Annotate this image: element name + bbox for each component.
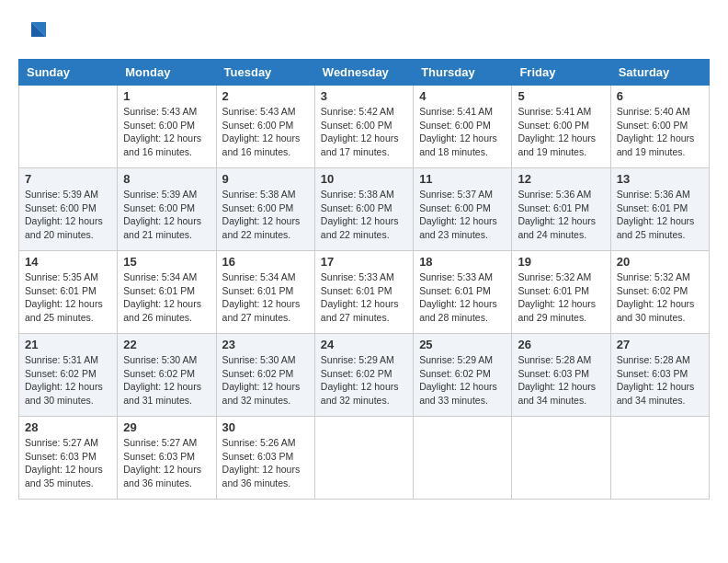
- day-info: Sunrise: 5:31 AMSunset: 6:02 PMDaylight:…: [25, 353, 111, 408]
- calendar-cell: 14Sunrise: 5:35 AMSunset: 6:01 PMDayligh…: [19, 251, 118, 334]
- day-info: Sunrise: 5:29 AMSunset: 6:02 PMDaylight:…: [419, 353, 506, 408]
- day-info: Sunrise: 5:30 AMSunset: 6:02 PMDaylight:…: [123, 353, 210, 408]
- day-info: Sunrise: 5:37 AMSunset: 6:00 PMDaylight:…: [419, 188, 506, 242]
- day-number: 13: [617, 172, 703, 186]
- calendar-cell: [414, 417, 512, 500]
- day-number: 23: [222, 338, 309, 351]
- calendar-cell: [610, 417, 709, 500]
- header-friday: Friday: [512, 60, 610, 86]
- day-info: Sunrise: 5:39 AMSunset: 6:00 PMDaylight:…: [123, 188, 210, 242]
- logo: [18, 18, 48, 44]
- week-row-3: 14Sunrise: 5:35 AMSunset: 6:01 PMDayligh…: [19, 251, 710, 334]
- day-number: 25: [419, 338, 506, 351]
- calendar-cell: 15Sunrise: 5:34 AMSunset: 6:01 PMDayligh…: [118, 251, 216, 334]
- day-info: Sunrise: 5:28 AMSunset: 6:03 PMDaylight:…: [617, 353, 703, 408]
- header-wednesday: Wednesday: [314, 60, 413, 86]
- day-info: Sunrise: 5:28 AMSunset: 6:03 PMDaylight:…: [518, 353, 604, 408]
- calendar-table: SundayMondayTuesdayWednesdayThursdayFrid…: [18, 59, 710, 500]
- calendar-cell: 17Sunrise: 5:33 AMSunset: 6:01 PMDayligh…: [314, 251, 413, 334]
- day-number: 26: [518, 338, 604, 351]
- day-number: 20: [617, 255, 703, 269]
- day-number: 6: [617, 89, 703, 103]
- week-row-4: 21Sunrise: 5:31 AMSunset: 6:02 PMDayligh…: [19, 334, 710, 417]
- calendar-cell: 8Sunrise: 5:39 AMSunset: 6:00 PMDaylight…: [118, 168, 216, 251]
- day-number: 4: [419, 89, 506, 103]
- day-info: Sunrise: 5:27 AMSunset: 6:03 PMDaylight:…: [25, 436, 111, 490]
- calendar-cell: [314, 417, 413, 500]
- calendar-cell: 11Sunrise: 5:37 AMSunset: 6:00 PMDayligh…: [414, 168, 512, 251]
- header-sunday: Sunday: [19, 60, 118, 86]
- day-number: 12: [518, 172, 604, 186]
- day-info: Sunrise: 5:36 AMSunset: 6:01 PMDaylight:…: [518, 188, 604, 242]
- day-info: Sunrise: 5:33 AMSunset: 6:01 PMDaylight:…: [321, 270, 407, 325]
- day-number: 15: [123, 255, 210, 269]
- calendar-cell: 16Sunrise: 5:34 AMSunset: 6:01 PMDayligh…: [216, 251, 314, 334]
- header-monday: Monday: [118, 60, 216, 86]
- day-number: 14: [25, 255, 111, 269]
- calendar-cell: 28Sunrise: 5:27 AMSunset: 6:03 PMDayligh…: [19, 417, 118, 500]
- day-info: Sunrise: 5:42 AMSunset: 6:00 PMDaylight:…: [321, 105, 407, 159]
- day-number: 19: [518, 255, 604, 269]
- calendar-cell: 13Sunrise: 5:36 AMSunset: 6:01 PMDayligh…: [610, 168, 709, 251]
- week-row-1: 1Sunrise: 5:43 AMSunset: 6:00 PMDaylight…: [19, 86, 710, 168]
- calendar-cell: 4Sunrise: 5:41 AMSunset: 6:00 PMDaylight…: [414, 86, 512, 168]
- day-info: Sunrise: 5:38 AMSunset: 6:00 PMDaylight:…: [222, 188, 309, 242]
- day-number: 24: [321, 338, 407, 351]
- day-info: Sunrise: 5:34 AMSunset: 6:01 PMDaylight:…: [123, 270, 210, 325]
- calendar-cell: 25Sunrise: 5:29 AMSunset: 6:02 PMDayligh…: [414, 334, 512, 417]
- calendar-cell: 2Sunrise: 5:43 AMSunset: 6:00 PMDaylight…: [216, 86, 314, 168]
- day-info: Sunrise: 5:38 AMSunset: 6:00 PMDaylight:…: [321, 188, 407, 242]
- day-number: 8: [123, 172, 210, 186]
- day-number: 17: [321, 255, 407, 269]
- day-info: Sunrise: 5:43 AMSunset: 6:00 PMDaylight:…: [123, 105, 210, 159]
- calendar-cell: [512, 417, 610, 500]
- calendar-cell: 20Sunrise: 5:32 AMSunset: 6:02 PMDayligh…: [610, 251, 709, 334]
- day-info: Sunrise: 5:43 AMSunset: 6:00 PMDaylight:…: [222, 105, 309, 159]
- calendar-header-row: SundayMondayTuesdayWednesdayThursdayFrid…: [19, 60, 710, 86]
- day-number: 18: [419, 255, 506, 269]
- day-number: 11: [419, 172, 506, 186]
- day-number: 2: [222, 89, 309, 103]
- calendar-cell: 27Sunrise: 5:28 AMSunset: 6:03 PMDayligh…: [610, 334, 709, 417]
- logo-icon: [22, 18, 48, 44]
- week-row-5: 28Sunrise: 5:27 AMSunset: 6:03 PMDayligh…: [19, 417, 710, 500]
- day-info: Sunrise: 5:41 AMSunset: 6:00 PMDaylight:…: [518, 105, 604, 159]
- calendar-cell: 3Sunrise: 5:42 AMSunset: 6:00 PMDaylight…: [314, 86, 413, 168]
- calendar-cell: 6Sunrise: 5:40 AMSunset: 6:00 PMDaylight…: [610, 86, 709, 168]
- day-number: 29: [123, 420, 210, 434]
- day-info: Sunrise: 5:27 AMSunset: 6:03 PMDaylight:…: [123, 436, 210, 490]
- day-info: Sunrise: 5:32 AMSunset: 6:01 PMDaylight:…: [518, 270, 604, 325]
- day-info: Sunrise: 5:30 AMSunset: 6:02 PMDaylight:…: [222, 353, 309, 408]
- day-info: Sunrise: 5:41 AMSunset: 6:00 PMDaylight:…: [419, 105, 506, 159]
- day-number: 7: [25, 172, 111, 186]
- calendar-cell: 21Sunrise: 5:31 AMSunset: 6:02 PMDayligh…: [19, 334, 118, 417]
- calendar-cell: 12Sunrise: 5:36 AMSunset: 6:01 PMDayligh…: [512, 168, 610, 251]
- calendar-cell: [19, 86, 118, 168]
- calendar-cell: 26Sunrise: 5:28 AMSunset: 6:03 PMDayligh…: [512, 334, 610, 417]
- calendar-cell: 23Sunrise: 5:30 AMSunset: 6:02 PMDayligh…: [216, 334, 314, 417]
- header-saturday: Saturday: [610, 60, 709, 86]
- calendar-cell: 10Sunrise: 5:38 AMSunset: 6:00 PMDayligh…: [314, 168, 413, 251]
- day-number: 28: [25, 420, 111, 434]
- calendar-cell: 24Sunrise: 5:29 AMSunset: 6:02 PMDayligh…: [314, 334, 413, 417]
- day-number: 22: [123, 338, 210, 351]
- header-thursday: Thursday: [414, 60, 512, 86]
- day-info: Sunrise: 5:39 AMSunset: 6:00 PMDaylight:…: [25, 188, 111, 242]
- day-number: 10: [321, 172, 407, 186]
- day-number: 3: [321, 89, 407, 103]
- day-number: 9: [222, 172, 309, 186]
- day-info: Sunrise: 5:35 AMSunset: 6:01 PMDaylight:…: [25, 270, 111, 325]
- day-info: Sunrise: 5:36 AMSunset: 6:01 PMDaylight:…: [617, 188, 703, 242]
- day-number: 21: [25, 338, 111, 351]
- day-info: Sunrise: 5:26 AMSunset: 6:03 PMDaylight:…: [222, 436, 309, 490]
- day-number: 5: [518, 89, 604, 103]
- day-number: 16: [222, 255, 309, 269]
- calendar-cell: 5Sunrise: 5:41 AMSunset: 6:00 PMDaylight…: [512, 86, 610, 168]
- calendar-cell: 29Sunrise: 5:27 AMSunset: 6:03 PMDayligh…: [118, 417, 216, 500]
- header-tuesday: Tuesday: [216, 60, 314, 86]
- day-number: 27: [617, 338, 703, 351]
- week-row-2: 7Sunrise: 5:39 AMSunset: 6:00 PMDaylight…: [19, 168, 710, 251]
- calendar-cell: 1Sunrise: 5:43 AMSunset: 6:00 PMDaylight…: [118, 86, 216, 168]
- calendar-cell: 22Sunrise: 5:30 AMSunset: 6:02 PMDayligh…: [118, 334, 216, 417]
- calendar-cell: 30Sunrise: 5:26 AMSunset: 6:03 PMDayligh…: [216, 417, 314, 500]
